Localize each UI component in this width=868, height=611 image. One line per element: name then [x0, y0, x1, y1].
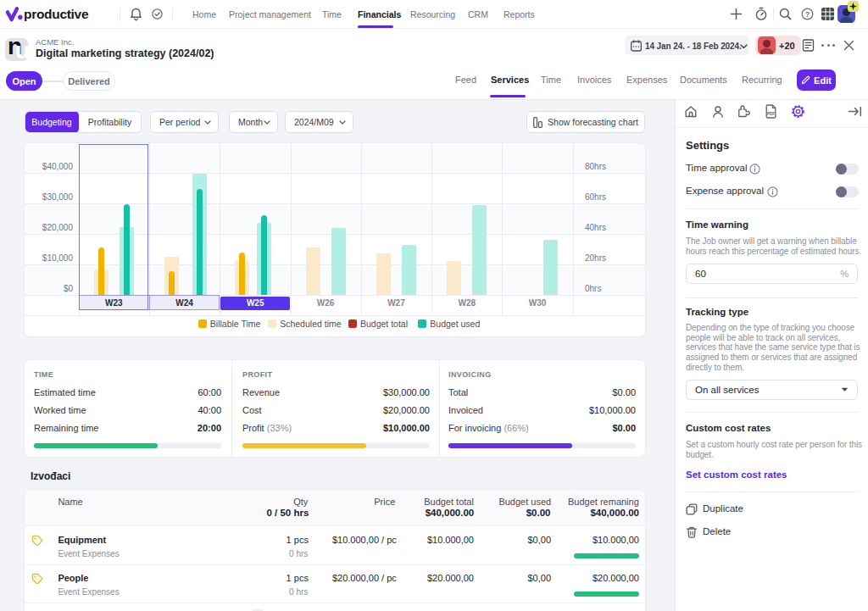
- svg-text:?: ?: [805, 10, 810, 19]
- svg-text:PDF: PDF: [767, 112, 775, 116]
